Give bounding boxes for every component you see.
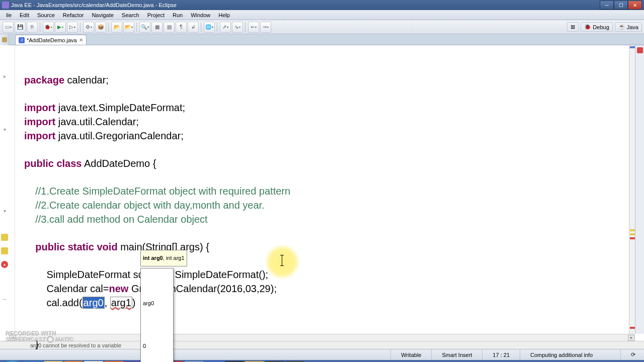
save-button[interactable]: 💾: [15, 22, 26, 33]
main-toolbar: ▭ 💾 ⎘ 🐞 ▶ ▷ ⚙ 📦 📂 📂 🔍 ▦ ▤ ¶ ↲ 🌐 ⇗ ⇘ ⇐ ⇒ …: [0, 20, 644, 34]
window-titlebar: Java EE - JavaExamples/src/calendar/AddD…: [0, 0, 644, 10]
back-button[interactable]: ⇐: [248, 22, 259, 33]
menu-search[interactable]: Search: [118, 11, 143, 19]
close-tab-icon[interactable]: ✕: [79, 37, 83, 43]
recording-highlight: [265, 244, 300, 280]
new-server-button[interactable]: ⚙: [83, 22, 94, 33]
menu-source[interactable]: Source: [33, 11, 59, 19]
save-all-button[interactable]: ⎘: [27, 22, 38, 33]
status-bar: Writable Smart Insert 17 : 21 Computing …: [0, 349, 644, 360]
status-cursor-pos: 17 : 21: [482, 349, 520, 360]
scroll-right-button[interactable]: ▸: [628, 335, 635, 341]
menu-project[interactable]: Project: [143, 11, 169, 19]
fold-end-icon: ─: [1, 296, 8, 303]
text-cursor: [282, 255, 282, 266]
debug-perspective[interactable]: 🐞 Debug: [581, 22, 612, 32]
status-writable: Writable: [390, 349, 431, 360]
menu-bar: ile Edit Source Refactor Navigate Search…: [0, 10, 644, 20]
status-progress-icon[interactable]: ⟳: [620, 349, 641, 360]
overview-ruler[interactable]: [629, 45, 635, 334]
next-annotation-button[interactable]: ⇗: [220, 22, 231, 33]
warning-icon[interactable]: [1, 247, 8, 254]
menu-navigate[interactable]: Navigate: [88, 11, 117, 19]
completion-item[interactable]: 0: [141, 338, 173, 354]
editor-area: ▸ ▾ ▾ x ─ package calendar; import java.…: [0, 45, 644, 334]
new-button[interactable]: ▭: [3, 22, 14, 33]
screencast-logo-icon: [47, 336, 54, 343]
toggle-mark-button[interactable]: ▦: [151, 22, 163, 33]
warning-icon[interactable]: [1, 234, 8, 241]
search-button[interactable]: 🔍: [139, 22, 150, 33]
maximize-button[interactable]: ☐: [614, 1, 628, 10]
screencast-watermark: RECORDED WITH SCREENCASTMATIC: [5, 330, 73, 343]
code-editor[interactable]: package calendar; import java.text.Simpl…: [15, 45, 635, 334]
tab-label: *AddDateDemo.java: [27, 37, 77, 43]
gutter[interactable]: ▸ ▾ ▾ x ─: [0, 45, 15, 334]
toggle-block-button[interactable]: ▤: [164, 22, 175, 33]
menu-file[interactable]: ile: [2, 11, 16, 19]
fold-toggle-icon[interactable]: ▾: [1, 126, 8, 133]
open-type-button[interactable]: 📂: [111, 22, 122, 33]
run-last-button[interactable]: ▷: [67, 22, 78, 33]
show-whitespace-button[interactable]: ¶: [176, 22, 187, 33]
right-trim-stack[interactable]: [635, 45, 644, 334]
app-icon: [2, 2, 9, 9]
editor-tab-adddatedemo[interactable]: J *AddDateDemo.java ✕: [15, 35, 87, 45]
close-button[interactable]: ✕: [628, 1, 642, 10]
editor-hscrollbar[interactable]: ◂ ▸: [9, 334, 635, 341]
fold-toggle-icon[interactable]: ▸: [1, 72, 8, 79]
open-task-button[interactable]: 📂: [123, 22, 134, 33]
new-package-button[interactable]: 📦: [95, 22, 106, 33]
status-insert-mode: Smart Insert: [431, 349, 482, 360]
open-perspective-button[interactable]: ⊞: [567, 22, 579, 32]
toggle-word-wrap-button[interactable]: ↲: [188, 22, 199, 33]
problem-hint-bar: arg0 cannot be resolved to a variable: [0, 341, 644, 349]
prev-annotation-button[interactable]: ⇘: [232, 22, 243, 33]
java-file-icon: J: [19, 37, 25, 43]
error-icon[interactable]: x: [1, 261, 8, 268]
parameter-hint-tooltip: int arg0, int arg1: [140, 250, 187, 266]
forward-button[interactable]: ⇒: [260, 22, 271, 33]
menu-help[interactable]: Help: [214, 11, 234, 19]
minimized-view-icon[interactable]: [637, 47, 643, 53]
problem-text: arg0 cannot be resolved to a variable: [30, 342, 121, 348]
window-title: Java EE - JavaExamples/src/calendar/AddD…: [11, 2, 177, 8]
debug-button[interactable]: 🐞: [43, 22, 54, 33]
java-perspective[interactable]: ☕ Java: [615, 22, 642, 32]
web-browser-button[interactable]: 🌐: [204, 22, 215, 33]
arg1-placeholder[interactable]: arg1: [110, 297, 132, 309]
status-job: Computing additional info: [520, 349, 620, 360]
windows-taskbar: e ▭ ▣ ◉ ◐ ◉ ▪ A ▭ W ✦ ✎ ⊙ ▤ ▴ 7:46 AM: [0, 360, 644, 362]
selected-arg0[interactable]: arg0: [83, 297, 105, 309]
menu-window[interactable]: Window: [187, 11, 214, 19]
menu-refactor[interactable]: Refactor: [59, 11, 88, 19]
editor-tabrow: J *AddDateDemo.java ✕: [0, 34, 644, 45]
completion-item[interactable]: arg0: [141, 296, 173, 311]
menu-edit[interactable]: Edit: [16, 11, 33, 19]
menu-run[interactable]: Run: [169, 11, 187, 19]
run-button[interactable]: ▶: [55, 22, 66, 33]
completion-popup[interactable]: arg0 0: [140, 268, 174, 362]
fold-toggle-icon[interactable]: ▾: [1, 207, 8, 214]
minimize-button[interactable]: ─: [600, 1, 614, 10]
